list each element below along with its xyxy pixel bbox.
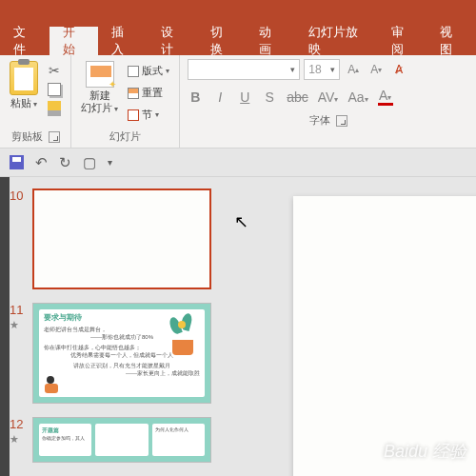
redo-button[interactable]: ↻: [59, 154, 71, 171]
tab-transition[interactable]: 切换: [197, 27, 247, 55]
tab-home[interactable]: 开始: [50, 27, 99, 55]
tab-insert[interactable]: 插入: [98, 27, 148, 55]
font-size-select[interactable]: 18▾: [304, 59, 340, 80]
clipboard-icon: [10, 61, 38, 95]
copy-icon: [48, 83, 61, 96]
plant-illustration: [165, 313, 201, 355]
tab-slideshow[interactable]: 幻灯片放映: [295, 27, 378, 55]
workspace: 10 11★ 要求与期待 老师把讲台当成是舞台， ——那你也就成功了80% 你在…: [0, 177, 476, 476]
section-icon: [128, 109, 139, 121]
slide-thumbnail-11[interactable]: 要求与期待 老师把讲台当成是舞台， ——那你也就成功了80% 你在课中打住越多，…: [32, 303, 211, 404]
save-icon: [10, 155, 24, 169]
cursor-icon: ↖: [234, 211, 248, 232]
thumb-number: 12: [10, 417, 23, 431]
reset-icon: [128, 88, 139, 99]
ribbon: 粘贴 ▾ ✂ 剪贴板 新建 幻灯片 ▾ 版式▾ 重置 节▾ 幻灯片 ▾: [0, 55, 476, 149]
people-illustration: [43, 376, 68, 393]
clipboard-group-label: 剪贴板: [11, 129, 43, 144]
italic-button[interactable]: I: [212, 89, 228, 105]
start-from-beginning-button[interactable]: ▢: [83, 154, 96, 171]
group-clipboard: 粘贴 ▾ ✂ 剪贴板: [0, 55, 71, 148]
slide-thumbnail-pane[interactable]: 10 11★ 要求与期待 老师把讲台当成是舞台， ——那你也就成功了80% 你在…: [0, 177, 227, 476]
change-case-button[interactable]: Aa▾: [347, 89, 367, 105]
font-group-label: 字体: [309, 113, 330, 128]
font-name-select[interactable]: ▾: [188, 59, 300, 80]
thumb-number: 10: [10, 188, 23, 203]
reset-button[interactable]: 重置: [126, 85, 171, 101]
new-slide-button[interactable]: 新建 幻灯片 ▾: [79, 59, 120, 117]
cut-button[interactable]: ✂: [46, 63, 63, 78]
slides-group-label: 幻灯片: [109, 129, 141, 144]
bold-button[interactable]: B: [188, 89, 203, 105]
clipboard-launcher[interactable]: [49, 131, 60, 143]
decrease-font-button[interactable]: A▾: [367, 59, 386, 80]
font-color-button[interactable]: A▾: [378, 88, 393, 106]
slide-canvas-area[interactable]: ↖: [227, 177, 476, 476]
section-button[interactable]: 节▾: [126, 107, 171, 123]
slide-thumbnail-10[interactable]: [32, 188, 211, 289]
thumb-row-10: 10: [0, 185, 227, 299]
brush-icon: [48, 101, 61, 116]
left-edge: [0, 177, 10, 476]
increase-font-button[interactable]: A▴: [344, 59, 363, 80]
tab-animation[interactable]: 动画: [246, 27, 295, 55]
char-spacing-button[interactable]: AV▾: [318, 89, 339, 105]
title-bar: [0, 0, 476, 27]
slide-canvas[interactable]: [293, 196, 476, 476]
animation-star-icon: ★: [10, 319, 32, 331]
qat-customize[interactable]: ▾: [108, 157, 112, 168]
scissors-icon: ✂: [49, 63, 60, 78]
undo-button[interactable]: ↶: [35, 154, 48, 171]
thumb-row-12: 12★ 开题篇你确定参加吗，其人 为何人化作何人: [0, 413, 227, 472]
strike-button[interactable]: abc: [287, 89, 308, 105]
new-slide-icon: [86, 61, 114, 88]
save-button[interactable]: [10, 155, 24, 169]
chevron-down-icon: ▾: [330, 65, 335, 74]
quick-access-toolbar: ↶ ↻ ▢ ▾: [0, 149, 476, 177]
group-slides: 新建 幻灯片 ▾ 版式▾ 重置 节▾ 幻灯片: [71, 55, 180, 148]
tab-review[interactable]: 审阅: [378, 27, 427, 55]
new-slide-label: 新建 幻灯片: [81, 89, 112, 113]
thumb-row-11: 11★ 要求与期待 老师把讲台当成是舞台， ——那你也就成功了80% 你在课中打…: [0, 299, 227, 413]
paste-label: 粘贴: [10, 97, 31, 109]
format-painter-button[interactable]: [46, 101, 63, 116]
animation-star-icon: ★: [10, 433, 32, 446]
watermark: Baidu 经验: [384, 440, 466, 463]
chevron-down-icon: ▾: [290, 65, 295, 74]
clear-format-button[interactable]: A̷: [389, 59, 408, 80]
tab-file[interactable]: 文件: [0, 27, 50, 55]
layout-button[interactable]: 版式▾: [126, 63, 171, 79]
layout-icon: [128, 66, 139, 77]
copy-button[interactable]: [46, 82, 63, 97]
underline-button[interactable]: U: [237, 89, 252, 105]
slide-thumbnail-12[interactable]: 开题篇你确定参加吗，其人 为何人化作何人: [32, 417, 211, 463]
group-font: ▾ 18▾ A▴ A▾ A̷ B I U S abc AV▾ Aa▾ A▾ 字体: [180, 55, 476, 148]
font-launcher[interactable]: [336, 115, 347, 127]
shadow-button[interactable]: S: [262, 89, 277, 105]
thumb-number: 11: [10, 303, 23, 317]
paste-button[interactable]: 粘贴 ▾: [8, 59, 40, 112]
tab-view[interactable]: 视图: [426, 27, 476, 55]
tab-design[interactable]: 设计: [148, 27, 197, 55]
ribbon-tabs: 文件 开始 插入 设计 切换 动画 幻灯片放映 审阅 视图: [0, 27, 476, 55]
